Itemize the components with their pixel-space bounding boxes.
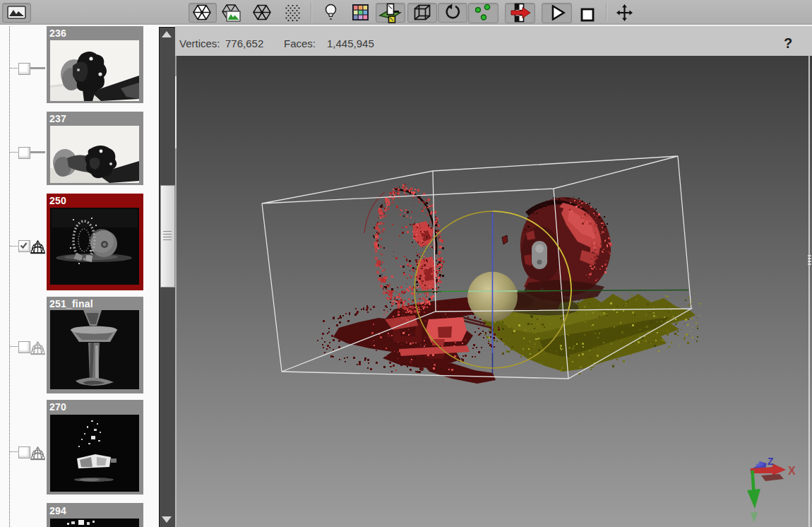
svg-text:Z: Z (768, 456, 774, 467)
svg-text:X: X (788, 465, 796, 477)
